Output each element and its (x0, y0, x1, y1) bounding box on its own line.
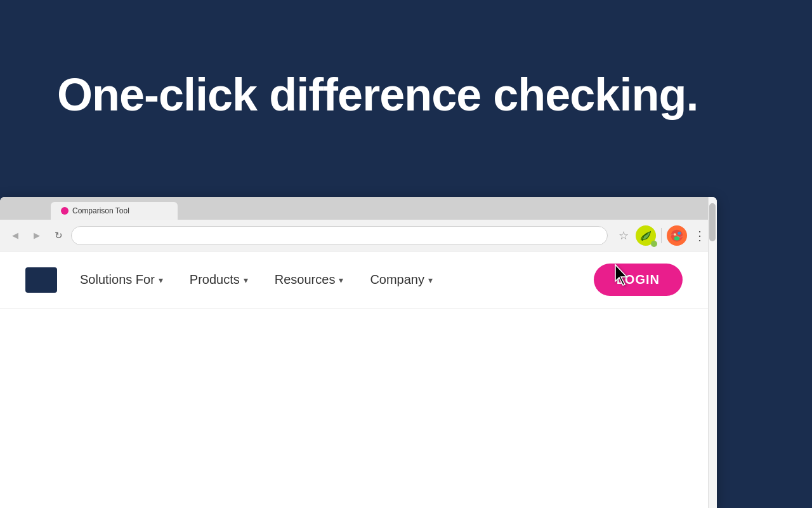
resources-chevron-icon: ▾ (339, 275, 343, 285)
solutions-nav-item[interactable]: Solutions For ▾ (70, 267, 173, 292)
leaf-extension-button[interactable] (636, 225, 656, 246)
tab-favicon (61, 207, 69, 215)
products-chevron-icon: ▾ (244, 275, 248, 285)
login-button[interactable]: LOGIN (594, 264, 683, 296)
browser-toolbar: ◀ ▶ ↻ ☆ (0, 220, 717, 251)
bookmark-button[interactable]: ☆ (614, 226, 633, 245)
company-nav-item[interactable]: Company ▾ (360, 267, 443, 292)
solutions-label: Solutions For (80, 272, 155, 287)
tab-bar: Comparison Tool (0, 197, 717, 220)
svg-point-3 (678, 231, 681, 234)
website-body (0, 309, 708, 508)
company-chevron-icon: ▾ (428, 275, 433, 285)
address-bar[interactable] (71, 226, 608, 245)
more-icon: ⋮ (693, 229, 707, 243)
tab-title: Comparison Tool (72, 206, 129, 215)
site-logo (25, 267, 57, 293)
refresh-button[interactable]: ↻ (49, 227, 67, 244)
leaf-extension-icon (636, 225, 656, 246)
website-nav: Solutions For ▾ Products ▾ Resources ▾ C… (0, 251, 708, 309)
star-icon: ☆ (619, 229, 629, 243)
browser-tab[interactable]: Comparison Tool (51, 202, 178, 220)
scrollbar-track (708, 197, 717, 508)
resources-nav-item[interactable]: Resources ▾ (265, 267, 354, 292)
solutions-chevron-icon: ▾ (159, 275, 163, 285)
refresh-icon: ↻ (55, 230, 63, 241)
products-label: Products (190, 272, 240, 287)
forward-button[interactable]: ▶ (28, 227, 46, 244)
toolbar-divider (661, 228, 662, 243)
main-headline: One-click difference checking. (57, 70, 698, 120)
back-button[interactable]: ◀ (6, 227, 24, 244)
website-content: Solutions For ▾ Products ▾ Resources ▾ C… (0, 251, 708, 508)
extension-icons: ☆ (614, 225, 710, 246)
nav-items: Solutions For ▾ Products ▾ Resources ▾ C… (70, 264, 683, 296)
profile-button[interactable] (667, 225, 687, 246)
resources-label: Resources (275, 272, 336, 287)
scrollbar-thumb[interactable] (709, 203, 716, 241)
forward-icon: ▶ (34, 231, 40, 240)
globe-icon (667, 225, 687, 246)
company-label: Company (370, 272, 424, 287)
back-icon: ◀ (12, 231, 18, 240)
products-nav-item[interactable]: Products ▾ (180, 267, 258, 292)
browser-window: Comparison Tool ◀ ▶ ↻ ☆ (0, 197, 717, 508)
